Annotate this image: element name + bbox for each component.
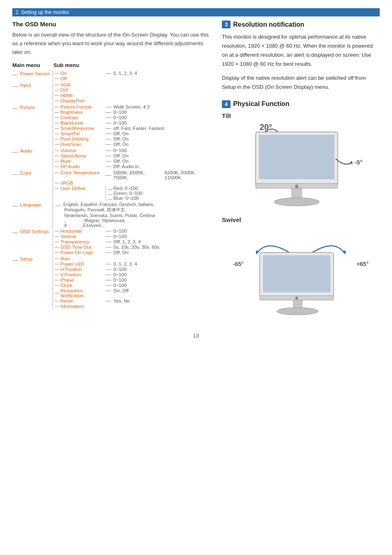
main-label-picture: Picture: [12, 104, 53, 147]
osd-menu-table: Main menu Sub menu Power Sensor On 0, 1,…: [12, 62, 210, 309]
menu-group-audio: Audio Volume0~100 Stand-AloneOff, On Mut…: [12, 148, 210, 169]
main-label-setup: Setup: [12, 256, 53, 309]
menu-group-osd-settings: OSD Settings Horizontal0~100 Vertical0~1…: [12, 229, 210, 255]
svg-point-14: [277, 308, 318, 315]
svg-rect-2: [259, 135, 334, 179]
section-bar: 2. Setting up the monitor: [12, 8, 380, 16]
swivel-left-angle: -65°: [233, 261, 244, 267]
menu-group-color: Color Color Temperature 5000K, 6500K, 75…: [12, 170, 210, 201]
main-label-input: Input: [12, 82, 53, 104]
osd-menu-title: The OSD Menu: [12, 21, 210, 28]
language-list: English, Español, Français, Deutsch, Ita…: [55, 202, 210, 228]
svg-point-15: [295, 296, 298, 299]
section4-heading: 4 Physical Function: [222, 100, 380, 108]
menu-group-picture: Picture Picture FormatWide Screen, 4:3 B…: [12, 104, 210, 147]
tilt-bottom-angle: -5°: [355, 159, 362, 166]
section3-num: 3: [222, 21, 231, 28]
svg-marker-7: [350, 161, 353, 164]
menu-group-power-sensor: Power Sensor On 0, 1, 2, 3, 4 Off: [12, 71, 210, 81]
sub-menu-header: Sub menu: [53, 62, 107, 68]
section3-p2: Display of the native resolution alert c…: [222, 74, 380, 92]
tilt-illustration: 20°: [235, 122, 367, 212]
tilt-section: Tilt 20°: [222, 112, 380, 212]
svg-point-6: [295, 185, 298, 188]
svg-rect-11: [263, 255, 330, 292]
main-label-osd-settings: OSD Settings: [12, 229, 53, 255]
section4-num: 4: [222, 100, 231, 108]
main-label-language: Language: [12, 202, 53, 228]
svg-rect-13: [293, 300, 302, 308]
main-menu-header: Main menu: [12, 62, 53, 68]
section4-title: Physical Function: [233, 100, 289, 108]
swivel-illustration: -65° +65°: [233, 226, 369, 316]
menu-group-language: Language English, Español, Français, Deu…: [12, 202, 210, 228]
swivel-right-angle: +65°: [357, 261, 369, 267]
swivel-section: Swivel -65° +65°: [222, 216, 380, 316]
tilt-label: Tilt: [222, 112, 380, 119]
section3-title: Resolution notification: [233, 21, 304, 28]
section3-heading: 3 Resolution notification: [222, 21, 380, 28]
swivel-label: Swivel: [222, 216, 380, 223]
svg-rect-4: [292, 188, 302, 199]
intro-text: Below is an overall view of the structur…: [12, 31, 210, 56]
menu-group-input: Input VGA DVI HDMI DisplayPort: [12, 82, 210, 104]
main-label-color: Color: [12, 170, 53, 201]
main-label-audio: Audio: [12, 148, 53, 169]
section3-p1: This monitor is designed for optimal per…: [222, 32, 380, 69]
section4: 4 Physical Function Tilt 20°: [222, 100, 380, 316]
main-label-power-sensor: Power Sensor: [12, 71, 53, 81]
svg-point-5: [274, 198, 319, 206]
section3: 3 Resolution notification This monitor i…: [222, 21, 380, 92]
menu-group-setup: Setup Auto Power LED0, 1, 2, 3, 4 H.Posi…: [12, 256, 210, 309]
page-number: 13: [12, 333, 380, 339]
